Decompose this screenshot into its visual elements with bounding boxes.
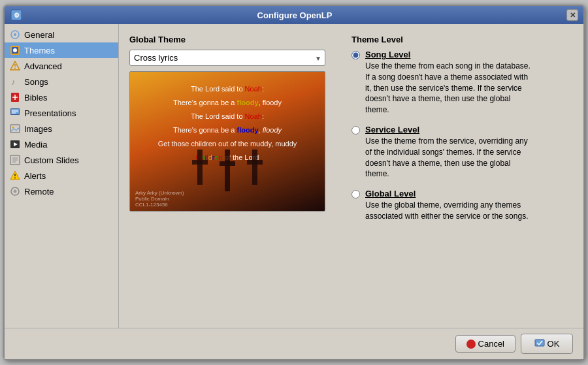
songs-icon: ♪	[10, 76, 20, 87]
svg-point-32	[14, 191, 16, 192]
custom-slides-label: Custom Slides	[24, 155, 79, 165]
ok-label: OK	[547, 339, 560, 349]
radio-item-global-level: Global Level Use the global theme, overr…	[351, 189, 573, 222]
sidebar-item-advanced[interactable]: Advanced	[5, 58, 118, 74]
configure-openlp-window: ⚙ Configure OpenLP ✕ General	[3, 5, 585, 360]
preview-highlight-floody2: floody	[237, 126, 259, 134]
radio-group: Song Level Use the theme from each song …	[351, 50, 573, 222]
sidebar-item-presentations[interactable]: Presentations	[5, 105, 118, 121]
radio-song-level-desc: Use the theme from each song in the data…	[365, 61, 535, 116]
svg-point-29	[14, 178, 16, 179]
right-column: Theme Level Song Level Use the theme fro…	[338, 35, 573, 231]
preview-footer-line2: Public Domain	[135, 196, 184, 202]
theme-dropdown[interactable]: Cross lyrics Default	[129, 50, 325, 66]
sidebar-item-media[interactable]: Media	[5, 136, 118, 152]
preview-highlight-noah2: Noah	[245, 112, 262, 120]
radio-item-service-level: Service Level Use the theme from the ser…	[351, 125, 573, 180]
remote-label: Remote	[24, 187, 54, 197]
themes-icon	[10, 45, 20, 56]
svg-point-3	[14, 33, 16, 36]
radio-service-level-content: Service Level Use the theme from the ser…	[365, 125, 535, 180]
preview-highlight-noah1: Noah	[245, 85, 262, 93]
radio-item-song-level: Song Level Use the theme from each song …	[351, 50, 573, 116]
radio-song-level-content: Song Level Use the theme from each song …	[365, 50, 535, 116]
media-icon	[10, 139, 20, 150]
advanced-icon	[10, 61, 20, 71]
media-label: Media	[24, 140, 47, 150]
sidebar-item-remote[interactable]: Remote	[5, 183, 118, 199]
global-theme-title: Global Theme	[129, 35, 338, 44]
sidebar: General Themes	[5, 24, 119, 328]
songs-label: Songs	[24, 77, 48, 87]
cross-center	[220, 150, 235, 191]
svg-rect-33	[535, 340, 544, 346]
custom-slides-icon	[10, 155, 20, 165]
sidebar-item-custom-slides[interactable]: Custom Slides	[5, 152, 118, 168]
theme-level-title: Theme Level	[351, 35, 573, 44]
cancel-icon	[466, 340, 476, 349]
radio-global-level-desc: Use the global theme, overriding any the…	[365, 200, 535, 222]
preview-crosses	[192, 150, 263, 191]
presentations-icon	[10, 108, 20, 118]
images-icon	[10, 123, 20, 134]
cross-left	[192, 150, 208, 185]
preview-footer-line3: CCL1-123456	[135, 202, 184, 208]
sidebar-item-alerts[interactable]: Alerts	[5, 168, 118, 183]
advanced-label: Advanced	[24, 61, 62, 71]
remote-icon	[10, 186, 20, 197]
radio-global-level[interactable]	[351, 190, 360, 198]
svg-point-9	[14, 68, 16, 69]
preview-footer: Arky Arky (Unknown) Public Domain CCL1-1…	[135, 190, 184, 208]
radio-song-level-label[interactable]: Song Level	[365, 50, 535, 59]
svg-point-20	[12, 127, 14, 129]
bibles-label: Bibles	[24, 93, 47, 103]
alerts-icon	[10, 170, 20, 181]
sidebar-item-bibles[interactable]: Bibles	[5, 89, 118, 105]
svg-text:♪: ♪	[11, 77, 16, 87]
titlebar: ⚙ Configure OpenLP ✕	[5, 6, 583, 24]
cancel-button[interactable]: Cancel	[455, 335, 515, 353]
radio-service-level-desc: Use the theme from the service, overridi…	[365, 136, 535, 180]
cancel-label: Cancel	[478, 339, 504, 349]
svg-text:⚙: ⚙	[14, 12, 20, 19]
radio-global-level-content: Global Level Use the global theme, overr…	[365, 189, 535, 222]
bibles-icon	[10, 92, 20, 103]
themes-label: Themes	[24, 46, 55, 56]
theme-dropdown-wrap: Cross lyrics Default ▼	[129, 50, 325, 66]
main-columns: Global Theme Cross lyrics Default ▼ The …	[129, 35, 573, 231]
main-content: Global Theme Cross lyrics Default ▼ The …	[119, 24, 583, 328]
general-icon	[10, 29, 20, 40]
radio-service-level-label[interactable]: Service Level	[365, 125, 535, 135]
footer: Cancel OK	[5, 328, 583, 359]
tool-icon: ⚙	[10, 8, 23, 22]
content-area: General Themes	[5, 24, 583, 328]
radio-service-level[interactable]	[351, 126, 360, 135]
radio-song-level[interactable]	[351, 51, 360, 59]
window-title: Configure OpenLP	[23, 10, 566, 20]
sidebar-item-themes[interactable]: Themes	[5, 42, 118, 58]
close-button[interactable]: ✕	[566, 9, 578, 21]
sidebar-item-general[interactable]: General	[5, 27, 118, 42]
images-label: Images	[24, 124, 52, 134]
alerts-label: Alerts	[24, 171, 46, 181]
svg-point-6	[13, 48, 17, 52]
ok-icon	[534, 338, 545, 350]
sidebar-item-images[interactable]: Images	[5, 121, 118, 136]
radio-global-level-label[interactable]: Global Level	[365, 189, 535, 198]
presentations-label: Presentations	[24, 108, 76, 118]
preview-footer-line1: Arky Arky (Unknown)	[135, 190, 184, 196]
sidebar-item-songs[interactable]: ♪ Songs	[5, 74, 118, 89]
theme-preview: The Lord said to Noah: There's gonna be …	[129, 71, 325, 212]
general-label: General	[24, 30, 54, 40]
left-column: Global Theme Cross lyrics Default ▼ The …	[129, 35, 338, 231]
ok-button[interactable]: OK	[521, 334, 573, 354]
preview-highlight-floody1: floody	[237, 99, 259, 106]
cross-right	[247, 150, 263, 185]
